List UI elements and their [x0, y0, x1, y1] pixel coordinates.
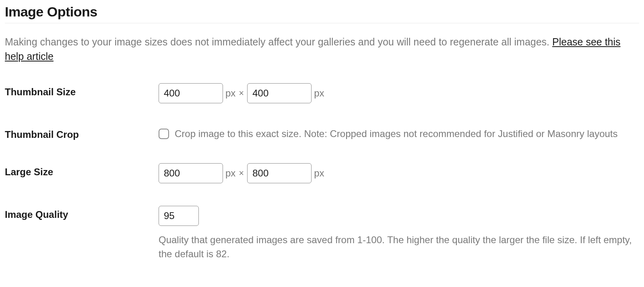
- row-thumbnail-crop: Thumbnail Crop Crop image to this exact …: [5, 126, 639, 141]
- unit-px: px: [314, 88, 324, 99]
- unit-px: px: [225, 168, 235, 179]
- thumbnail-crop-text: Crop image to this exact size. Note: Cro…: [175, 127, 618, 141]
- intro-text: Making changes to your image sizes does …: [5, 35, 639, 64]
- image-quality-help: Quality that generated images are saved …: [159, 233, 639, 261]
- thumbnail-crop-option[interactable]: Crop image to this exact size. Note: Cro…: [159, 126, 639, 141]
- row-image-quality: Image Quality Quality that generated ima…: [5, 206, 639, 261]
- image-quality-input[interactable]: [159, 206, 199, 226]
- thumbnail-width-input[interactable]: [159, 83, 223, 103]
- times-symbol: ×: [239, 88, 244, 98]
- label-large-size: Large Size: [5, 163, 159, 178]
- label-image-quality: Image Quality: [5, 206, 159, 220]
- image-options-panel: Image Options Making changes to your ima…: [0, 0, 644, 273]
- label-thumbnail-size: Thumbnail Size: [5, 83, 159, 98]
- large-height-input[interactable]: [247, 163, 312, 183]
- times-symbol: ×: [239, 168, 244, 178]
- label-thumbnail-crop: Thumbnail Crop: [5, 126, 159, 140]
- large-width-input[interactable]: [159, 163, 223, 183]
- divider: [5, 23, 639, 23]
- thumbnail-height-input[interactable]: [247, 83, 312, 103]
- unit-px: px: [314, 168, 324, 179]
- row-large-size: Large Size px × px: [5, 163, 639, 183]
- row-thumbnail-size: Thumbnail Size px × px: [5, 83, 639, 103]
- thumbnail-size-fields: px × px: [159, 83, 639, 103]
- section-title: Image Options: [5, 4, 639, 20]
- unit-px: px: [225, 88, 235, 99]
- thumbnail-crop-checkbox[interactable]: [159, 129, 169, 139]
- large-size-fields: px × px: [159, 163, 639, 183]
- intro-message: Making changes to your image sizes does …: [5, 36, 552, 47]
